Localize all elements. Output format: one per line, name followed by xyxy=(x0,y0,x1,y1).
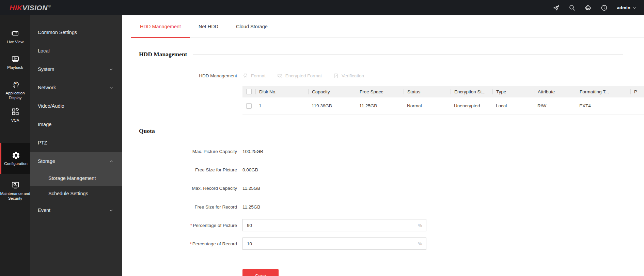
sidebar-item-label: Configuration xyxy=(4,162,27,166)
hikvision-logo: HIKVISION® xyxy=(10,4,51,12)
tab-cloud-storage[interactable]: Cloud Storage xyxy=(227,15,277,38)
svg-text:AI: AI xyxy=(14,82,16,85)
menu-item-schedule-settings[interactable]: Schedule Settings xyxy=(30,186,122,201)
percentage-of-record-inputbox: % xyxy=(242,237,426,250)
section-divider xyxy=(161,131,623,131)
input-label: *Percentage of Record xyxy=(122,241,237,246)
app-window: HIKVISION® admin xyxy=(0,0,644,276)
menu-item-local[interactable]: Local xyxy=(30,42,122,60)
user-menu[interactable]: admin xyxy=(617,5,637,10)
row-checkbox-cell xyxy=(242,103,255,109)
section-title: Quota xyxy=(139,127,155,135)
menu-label: Schedule Settings xyxy=(48,191,88,196)
hdd-actions: Format Encrypted Format Verification xyxy=(242,73,364,79)
menu-item-network[interactable]: Network xyxy=(30,78,122,97)
format-icon xyxy=(242,73,248,79)
required-asterisk: * xyxy=(190,241,191,246)
field-value: 11.25GB xyxy=(242,204,260,210)
button-label: Verification xyxy=(342,73,364,78)
header-checkbox-cell xyxy=(242,89,255,94)
cell-type: Local xyxy=(492,103,534,108)
ai-head-icon: AI xyxy=(11,80,20,89)
sidebar-item-playback[interactable]: Playback xyxy=(0,55,30,70)
table-row: 1 119.38GB 11.25GB Normal Unencrypted Lo… xyxy=(242,97,644,114)
field-value: 11.25GB xyxy=(242,186,260,191)
percent-suffix: % xyxy=(418,223,426,228)
percentage-of-picture-inputbox: % xyxy=(242,219,426,231)
sidebar-item-label: Live View xyxy=(7,40,23,45)
tab-label: HDD Management xyxy=(140,24,181,29)
field-label: Free Size for Record xyxy=(122,204,237,210)
field-label: Free Size for Picture xyxy=(122,167,237,172)
field-value: 0.00GB xyxy=(242,167,258,172)
col-free-space: Free Space xyxy=(356,89,404,94)
top-bar-actions: admin xyxy=(553,4,637,11)
menu-item-storage-management[interactable]: Storage Management xyxy=(30,170,122,186)
select-all-checkbox[interactable] xyxy=(246,89,252,94)
menu-label: PTZ xyxy=(38,140,47,145)
cell-status: Normal xyxy=(404,103,451,108)
info-icon[interactable] xyxy=(601,4,608,11)
tab-net-hdd[interactable]: Net HDD xyxy=(190,15,227,38)
primary-sidebar: Live View Playback AI Application Displa… xyxy=(0,15,30,276)
percentage-of-record-row: *Percentage of Record % xyxy=(122,237,426,250)
save-button[interactable]: Save xyxy=(242,269,279,276)
menu-item-image[interactable]: Image xyxy=(30,115,122,134)
sidebar-item-maintenance-security[interactable]: Maintenance and Security xyxy=(0,181,30,201)
menu-label: Image xyxy=(38,122,51,127)
section-title: HDD Management xyxy=(139,51,187,58)
cell-encryption-status: Unencrypted xyxy=(451,103,492,108)
col-status: Status xyxy=(404,89,451,94)
vca-grid-icon xyxy=(11,107,20,116)
disk-table-header: Disk No. Capacity Free Space Status Encr… xyxy=(242,86,644,97)
button-label: Format xyxy=(251,73,266,78)
input-label: *Percentage of Picture xyxy=(122,223,237,228)
maintenance-icon xyxy=(11,181,20,189)
percentage-of-record-input[interactable] xyxy=(243,241,418,246)
menu-label: Storage Management xyxy=(48,175,96,181)
menu-label: Network xyxy=(38,85,56,90)
search-icon[interactable] xyxy=(569,4,576,11)
send-icon[interactable] xyxy=(553,4,560,11)
tab-label: Cloud Storage xyxy=(236,24,268,29)
menu-label: System xyxy=(38,66,54,72)
percentage-of-picture-row: *Percentage of Picture % xyxy=(122,219,426,231)
field-label: Max. Record Capacity xyxy=(122,186,237,191)
tab-label: Net HDD xyxy=(199,24,218,29)
required-asterisk: * xyxy=(190,223,192,228)
chevron-down-icon xyxy=(109,208,113,213)
menu-item-common-settings[interactable]: Common Settings xyxy=(30,23,122,42)
sidebar-item-label: VCA xyxy=(11,118,19,123)
field-free-size-record: Free Size for Record 11.25GB xyxy=(122,203,260,210)
percent-suffix: % xyxy=(418,241,426,246)
sidebar-item-vca[interactable]: VCA xyxy=(0,107,30,123)
percentage-of-picture-input[interactable] xyxy=(243,223,418,228)
menu-item-storage[interactable]: Storage xyxy=(30,152,122,170)
verification-button[interactable]: Verification xyxy=(333,73,364,79)
encrypted-format-button[interactable]: Encrypted Format xyxy=(277,73,322,79)
sidebar-item-configuration[interactable]: Configuration xyxy=(0,143,30,174)
sidebar-item-application-display[interactable]: AI Application Display xyxy=(0,80,30,101)
chevron-down-icon xyxy=(632,6,637,10)
sidebar-item-label: Playback xyxy=(7,65,23,70)
col-type: Type xyxy=(492,89,534,94)
logo-part-silver: VISION xyxy=(22,4,48,12)
menu-item-video-audio[interactable]: Video/Audio xyxy=(30,97,122,115)
section-divider xyxy=(193,54,623,55)
plugin-icon[interactable] xyxy=(585,4,592,11)
menu-item-ptz[interactable]: PTZ xyxy=(30,134,122,152)
format-button[interactable]: Format xyxy=(242,73,266,79)
col-disk-no: Disk No. xyxy=(255,89,308,94)
field-max-picture-capacity: Max. Picture Capacity 100.25GB xyxy=(122,148,263,155)
chevron-up-icon xyxy=(109,159,113,164)
tab-bar: HDD Management Net HDD Cloud Storage xyxy=(131,15,644,38)
field-value: 100.25GB xyxy=(242,149,263,154)
live-view-icon xyxy=(11,29,20,38)
hdd-management-label: HDD Management xyxy=(122,73,237,78)
row-checkbox[interactable] xyxy=(246,103,252,109)
menu-item-event[interactable]: Event xyxy=(30,201,122,219)
chevron-down-icon xyxy=(109,86,113,90)
tab-hdd-management[interactable]: HDD Management xyxy=(131,15,190,38)
sidebar-item-live-view[interactable]: Live View xyxy=(0,29,30,45)
menu-item-system[interactable]: System xyxy=(30,60,122,78)
